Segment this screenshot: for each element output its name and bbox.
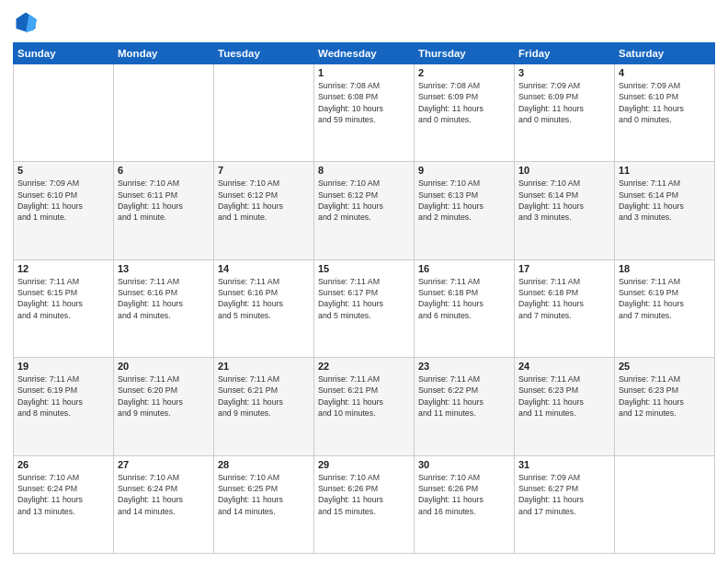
day-cell (14, 64, 114, 162)
day-number: 15 (318, 263, 410, 274)
weekday-header-monday: Monday (114, 43, 214, 64)
day-info: Sunrise: 7:11 AM Sunset: 6:19 PM Dayligh… (17, 373, 109, 419)
day-info: Sunrise: 7:10 AM Sunset: 6:24 PM Dayligh… (118, 472, 210, 517)
day-info: Sunrise: 7:09 AM Sunset: 6:10 PM Dayligh… (17, 178, 109, 223)
day-cell: 3Sunrise: 7:09 AM Sunset: 6:09 PM Daylig… (515, 64, 615, 162)
day-info: Sunrise: 7:10 AM Sunset: 6:14 PM Dayligh… (518, 178, 610, 223)
day-cell: 22Sunrise: 7:11 AM Sunset: 6:21 PM Dayli… (314, 358, 415, 455)
weekday-header-friday: Friday (515, 43, 615, 64)
day-number: 29 (318, 459, 410, 470)
day-info: Sunrise: 7:10 AM Sunset: 6:24 PM Dayligh… (17, 472, 109, 517)
day-number: 2 (418, 67, 510, 78)
day-info: Sunrise: 7:10 AM Sunset: 6:12 PM Dayligh… (218, 178, 310, 223)
day-number: 30 (418, 459, 510, 470)
page: SundayMondayTuesdayWednesdayThursdayFrid… (0, 0, 728, 563)
day-number: 19 (17, 361, 109, 372)
day-cell: 17Sunrise: 7:11 AM Sunset: 6:18 PM Dayli… (515, 259, 615, 357)
day-info: Sunrise: 7:11 AM Sunset: 6:16 PM Dayligh… (118, 276, 210, 321)
day-info: Sunrise: 7:11 AM Sunset: 6:14 PM Dayligh… (619, 178, 711, 223)
weekday-header-tuesday: Tuesday (214, 43, 314, 64)
week-row-3: 12Sunrise: 7:11 AM Sunset: 6:15 PM Dayli… (14, 259, 715, 357)
weekday-header-sunday: Sunday (14, 43, 114, 64)
day-info: Sunrise: 7:10 AM Sunset: 6:26 PM Dayligh… (318, 472, 410, 517)
day-info: Sunrise: 7:11 AM Sunset: 6:21 PM Dayligh… (318, 373, 410, 419)
day-number: 5 (17, 165, 109, 176)
day-info: Sunrise: 7:11 AM Sunset: 6:17 PM Dayligh… (318, 276, 410, 321)
day-number: 28 (218, 459, 310, 470)
day-info: Sunrise: 7:10 AM Sunset: 6:13 PM Dayligh… (418, 178, 510, 223)
day-number: 6 (118, 165, 210, 176)
logo (13, 9, 42, 35)
day-cell: 31Sunrise: 7:09 AM Sunset: 6:27 PM Dayli… (515, 455, 615, 553)
header (13, 9, 715, 35)
weekday-header-wednesday: Wednesday (314, 43, 415, 64)
day-number: 17 (518, 263, 610, 274)
day-number: 12 (17, 263, 109, 274)
day-cell: 29Sunrise: 7:10 AM Sunset: 6:26 PM Dayli… (314, 455, 415, 553)
day-info: Sunrise: 7:10 AM Sunset: 6:25 PM Dayligh… (218, 472, 310, 517)
day-number: 18 (619, 263, 711, 274)
day-cell: 19Sunrise: 7:11 AM Sunset: 6:19 PM Dayli… (14, 358, 114, 455)
day-info: Sunrise: 7:11 AM Sunset: 6:18 PM Dayligh… (418, 276, 510, 321)
day-info: Sunrise: 7:11 AM Sunset: 6:23 PM Dayligh… (619, 373, 711, 419)
day-number: 14 (218, 263, 310, 274)
day-cell: 13Sunrise: 7:11 AM Sunset: 6:16 PM Dayli… (114, 259, 214, 357)
day-number: 13 (118, 263, 210, 274)
day-number: 31 (518, 459, 610, 470)
day-info: Sunrise: 7:11 AM Sunset: 6:19 PM Dayligh… (619, 276, 711, 321)
day-cell: 9Sunrise: 7:10 AM Sunset: 6:13 PM Daylig… (415, 162, 515, 259)
day-info: Sunrise: 7:08 AM Sunset: 6:08 PM Dayligh… (318, 80, 410, 125)
day-info: Sunrise: 7:11 AM Sunset: 6:22 PM Dayligh… (418, 373, 510, 419)
day-info: Sunrise: 7:09 AM Sunset: 6:10 PM Dayligh… (619, 80, 711, 125)
day-cell: 27Sunrise: 7:10 AM Sunset: 6:24 PM Dayli… (114, 455, 214, 553)
day-number: 24 (518, 361, 610, 372)
day-cell: 5Sunrise: 7:09 AM Sunset: 6:10 PM Daylig… (14, 162, 114, 259)
day-info: Sunrise: 7:09 AM Sunset: 6:09 PM Dayligh… (518, 80, 610, 125)
day-cell: 6Sunrise: 7:10 AM Sunset: 6:11 PM Daylig… (114, 162, 214, 259)
day-cell: 28Sunrise: 7:10 AM Sunset: 6:25 PM Dayli… (214, 455, 314, 553)
day-number: 26 (17, 459, 109, 470)
day-number: 23 (418, 361, 510, 372)
day-number: 1 (318, 67, 410, 78)
day-cell: 1Sunrise: 7:08 AM Sunset: 6:08 PM Daylig… (314, 64, 415, 162)
week-row-5: 26Sunrise: 7:10 AM Sunset: 6:24 PM Dayli… (14, 455, 715, 553)
day-cell: 23Sunrise: 7:11 AM Sunset: 6:22 PM Dayli… (415, 358, 515, 455)
day-info: Sunrise: 7:08 AM Sunset: 6:09 PM Dayligh… (418, 80, 510, 125)
day-number: 11 (619, 165, 711, 176)
day-number: 3 (518, 67, 610, 78)
day-number: 27 (118, 459, 210, 470)
day-info: Sunrise: 7:10 AM Sunset: 6:12 PM Dayligh… (318, 178, 410, 223)
logo-icon (13, 9, 39, 35)
day-cell: 15Sunrise: 7:11 AM Sunset: 6:17 PM Dayli… (314, 259, 415, 357)
day-cell (114, 64, 214, 162)
weekday-header-thursday: Thursday (415, 43, 515, 64)
day-cell: 18Sunrise: 7:11 AM Sunset: 6:19 PM Dayli… (615, 259, 715, 357)
day-cell: 4Sunrise: 7:09 AM Sunset: 6:10 PM Daylig… (615, 64, 715, 162)
day-number: 21 (218, 361, 310, 372)
day-cell: 2Sunrise: 7:08 AM Sunset: 6:09 PM Daylig… (415, 64, 515, 162)
week-row-1: 1Sunrise: 7:08 AM Sunset: 6:08 PM Daylig… (14, 64, 715, 162)
day-number: 9 (418, 165, 510, 176)
day-info: Sunrise: 7:11 AM Sunset: 6:15 PM Dayligh… (17, 276, 109, 321)
day-cell: 26Sunrise: 7:10 AM Sunset: 6:24 PM Dayli… (14, 455, 114, 553)
day-cell: 10Sunrise: 7:10 AM Sunset: 6:14 PM Dayli… (515, 162, 615, 259)
day-number: 7 (218, 165, 310, 176)
day-info: Sunrise: 7:10 AM Sunset: 6:26 PM Dayligh… (418, 472, 510, 517)
day-info: Sunrise: 7:11 AM Sunset: 6:23 PM Dayligh… (518, 373, 610, 419)
day-info: Sunrise: 7:11 AM Sunset: 6:21 PM Dayligh… (218, 373, 310, 419)
day-number: 25 (619, 361, 711, 372)
day-number: 10 (518, 165, 610, 176)
day-cell: 7Sunrise: 7:10 AM Sunset: 6:12 PM Daylig… (214, 162, 314, 259)
week-row-2: 5Sunrise: 7:09 AM Sunset: 6:10 PM Daylig… (14, 162, 715, 259)
day-info: Sunrise: 7:11 AM Sunset: 6:16 PM Dayligh… (218, 276, 310, 321)
day-cell: 25Sunrise: 7:11 AM Sunset: 6:23 PM Dayli… (615, 358, 715, 455)
day-cell: 12Sunrise: 7:11 AM Sunset: 6:15 PM Dayli… (14, 259, 114, 357)
day-cell: 11Sunrise: 7:11 AM Sunset: 6:14 PM Dayli… (615, 162, 715, 259)
day-cell: 21Sunrise: 7:11 AM Sunset: 6:21 PM Dayli… (214, 358, 314, 455)
weekday-header-row: SundayMondayTuesdayWednesdayThursdayFrid… (14, 43, 715, 64)
weekday-header-saturday: Saturday (615, 43, 715, 64)
day-number: 16 (418, 263, 510, 274)
calendar-table: SundayMondayTuesdayWednesdayThursdayFrid… (13, 42, 715, 554)
day-info: Sunrise: 7:09 AM Sunset: 6:27 PM Dayligh… (518, 472, 610, 517)
day-cell: 8Sunrise: 7:10 AM Sunset: 6:12 PM Daylig… (314, 162, 415, 259)
